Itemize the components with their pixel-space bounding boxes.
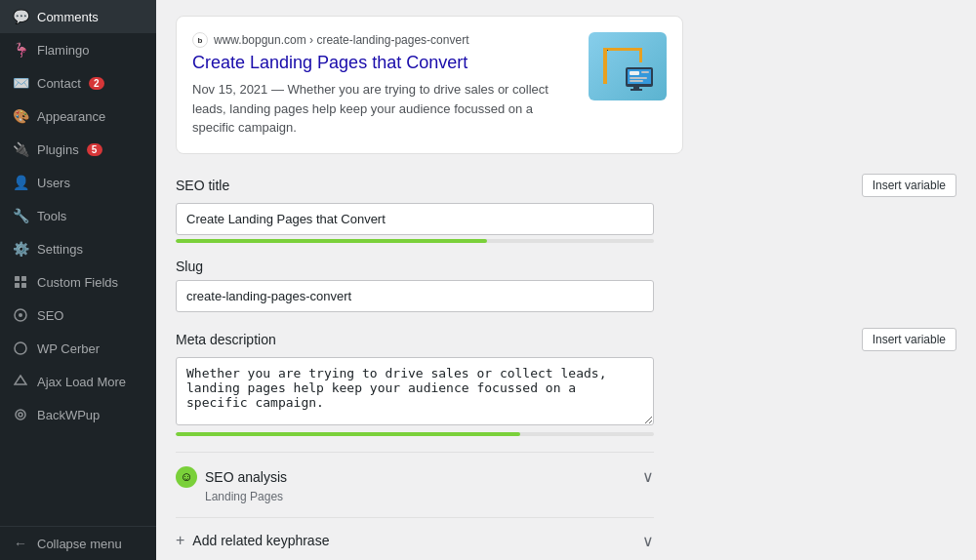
- preview-text: b www.bopgun.com › create-landing-pages-…: [192, 32, 577, 138]
- seo-title-progress-fill: [176, 239, 487, 243]
- seo-title-row: SEO title Insert variable: [176, 174, 956, 197]
- sidebar: 💬 Comments 🦩 Flamingo ✉️ Contact 2 🎨 App…: [0, 0, 156, 560]
- collapse-menu-button[interactable]: ← Collapse menu: [0, 526, 156, 560]
- seo-analysis-chevron-icon: ∨: [642, 467, 654, 486]
- svg-point-5: [19, 313, 22, 317]
- meta-description-row: Meta description Insert variable: [176, 328, 956, 351]
- preview-url-row: b www.bopgun.com › create-landing-pages-…: [192, 32, 577, 48]
- preview-url-text: www.bopgun.com › create-landing-pages-co…: [214, 33, 468, 47]
- svg-rect-21: [630, 80, 643, 82]
- keyphrase-label: Add related keyphrase: [192, 533, 329, 548]
- sidebar-item-plugins[interactable]: 🔌 Plugins 5: [0, 133, 156, 166]
- sidebar-item-label: Settings: [37, 242, 83, 257]
- sidebar-item-contact[interactable]: ✉️ Contact 2: [0, 66, 156, 100]
- sidebar-item-label: Tools: [37, 209, 66, 223]
- collapse-icon: ←: [12, 535, 29, 552]
- meta-description-section: Meta description Insert variable Whether…: [176, 328, 956, 436]
- sidebar-item-tools[interactable]: 🔧 Tools: [0, 199, 156, 232]
- svg-marker-7: [15, 376, 26, 384]
- svg-rect-11: [603, 48, 642, 51]
- sidebar-item-label: Users: [37, 176, 70, 190]
- settings-icon: ⚙️: [12, 240, 29, 258]
- meta-description-insert-variable-button[interactable]: Insert variable: [862, 328, 956, 351]
- sidebar-item-label: Contact: [37, 76, 81, 91]
- google-preview-card: b www.bopgun.com › create-landing-pages-…: [176, 16, 683, 154]
- plus-icon: +: [176, 532, 184, 549]
- sidebar-item-label: Custom Fields: [37, 275, 118, 290]
- add-keyphrase-section[interactable]: + Add related keyphrase ∨: [176, 517, 654, 560]
- seo-title-input[interactable]: [176, 203, 654, 235]
- svg-rect-1: [21, 276, 26, 281]
- contact-icon: ✉️: [12, 74, 29, 92]
- sidebar-item-ajax-load-more[interactable]: Ajax Load More: [0, 365, 156, 398]
- sidebar-item-custom-fields[interactable]: Custom Fields: [0, 265, 156, 299]
- sidebar-item-label: WP Cerber: [37, 341, 100, 356]
- comments-icon: 💬: [12, 8, 29, 25]
- sidebar-item-backwpup[interactable]: BackWPup: [0, 398, 156, 431]
- seo-analysis-subtitle: Landing Pages: [176, 490, 654, 503]
- appearance-icon: 🎨: [12, 107, 29, 125]
- svg-point-9: [19, 413, 22, 417]
- flamingo-icon: 🦩: [12, 41, 29, 59]
- seo-smile-icon: ☺: [176, 466, 197, 488]
- ajax-load-more-icon: [12, 373, 29, 390]
- seo-analysis-section: ☺ SEO analysis ∨ Landing Pages: [176, 452, 654, 517]
- plugins-icon: 🔌: [12, 140, 29, 158]
- keyphrase-chevron-icon: ∨: [642, 532, 654, 550]
- svg-point-8: [16, 410, 25, 420]
- sidebar-item-label: SEO: [37, 308, 63, 323]
- preview-description: Nov 15, 2021 — Whether you are trying to…: [192, 80, 577, 138]
- seo-title-section: SEO title Insert variable: [176, 174, 956, 243]
- users-icon: 👤: [12, 174, 29, 191]
- seo-title-insert-variable-button[interactable]: Insert variable: [862, 174, 956, 197]
- main-content: b www.bopgun.com › create-landing-pages-…: [156, 0, 976, 560]
- backwpup-icon: [12, 406, 29, 423]
- slug-label: Slug: [176, 259, 203, 274]
- svg-rect-19: [641, 71, 649, 73]
- meta-description-progress-fill: [176, 432, 520, 436]
- sidebar-item-label: BackWPup: [37, 408, 100, 422]
- contact-badge: 2: [89, 77, 104, 90]
- slug-input[interactable]: [176, 280, 654, 312]
- sidebar-item-comments[interactable]: 💬 Comments: [0, 0, 156, 33]
- slug-row: Slug: [176, 259, 956, 274]
- plugins-badge: 5: [87, 143, 102, 156]
- tools-icon: 🔧: [12, 207, 29, 224]
- sidebar-item-label: Ajax Load More: [37, 375, 126, 389]
- sidebar-item-label: Plugins: [37, 142, 79, 157]
- seo-title-label: SEO title: [176, 178, 229, 193]
- svg-rect-16: [633, 87, 639, 89]
- seo-icon: [12, 306, 29, 324]
- svg-rect-18: [630, 71, 639, 75]
- svg-rect-17: [630, 89, 642, 91]
- svg-rect-0: [15, 276, 20, 281]
- meta-description-textarea[interactable]: Whether you are trying to drive sales or…: [176, 357, 654, 425]
- svg-rect-20: [630, 77, 647, 79]
- sidebar-item-label: Comments: [37, 10, 99, 24]
- svg-rect-10: [603, 50, 607, 84]
- sidebar-item-flamingo[interactable]: 🦩 Flamingo: [0, 33, 156, 66]
- meta-description-progress: [176, 432, 654, 436]
- meta-description-label: Meta description: [176, 332, 276, 347]
- sidebar-item-appearance[interactable]: 🎨 Appearance: [0, 100, 156, 133]
- wp-cerber-icon: [12, 340, 29, 357]
- seo-title-progress: [176, 239, 654, 243]
- svg-rect-12: [639, 48, 642, 62]
- svg-point-6: [15, 342, 26, 354]
- sidebar-item-users[interactable]: 👤 Users: [0, 166, 156, 199]
- collapse-label: Collapse menu: [37, 537, 122, 551]
- preview-image: [589, 32, 667, 100]
- custom-fields-icon: [12, 273, 29, 291]
- site-favicon: b: [192, 32, 208, 48]
- sidebar-item-wp-cerber[interactable]: WP Cerber: [0, 332, 156, 365]
- sidebar-item-settings[interactable]: ⚙️ Settings: [0, 232, 156, 265]
- svg-rect-2: [15, 283, 20, 288]
- svg-rect-3: [21, 283, 26, 288]
- sidebar-item-label: Appearance: [37, 109, 105, 124]
- sidebar-item-label: Flamingo: [37, 43, 89, 58]
- sidebar-item-seo[interactable]: SEO: [0, 299, 156, 332]
- preview-title: Create Landing Pages that Convert: [192, 52, 577, 74]
- seo-analysis-toggle[interactable]: ☺ SEO analysis ∨: [176, 466, 654, 488]
- seo-analysis-title: SEO analysis: [205, 469, 287, 485]
- svg-rect-13: [607, 50, 608, 51]
